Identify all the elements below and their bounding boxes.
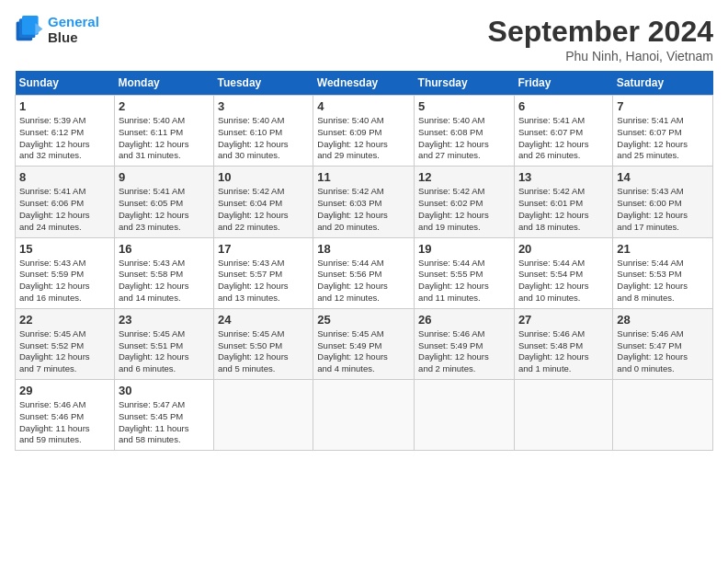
title-area: September 2024 Phu Ninh, Hanoi, Vietnam	[488, 15, 713, 63]
calendar-cell: 5Sunrise: 5:40 AM Sunset: 6:08 PM Daylig…	[415, 96, 515, 167]
calendar-cell: 29Sunrise: 5:46 AM Sunset: 5:46 PM Dayli…	[16, 380, 115, 451]
day-info: Sunrise: 5:41 AM Sunset: 6:07 PM Dayligh…	[617, 115, 709, 162]
calendar-cell: 27Sunrise: 5:46 AM Sunset: 5:48 PM Dayli…	[514, 308, 612, 379]
day-info: Sunrise: 5:39 AM Sunset: 6:12 PM Dayligh…	[19, 115, 110, 162]
day-number: 10	[218, 170, 309, 184]
calendar-week-row: 1Sunrise: 5:39 AM Sunset: 6:12 PM Daylig…	[16, 96, 713, 167]
calendar-cell: 12Sunrise: 5:42 AM Sunset: 6:02 PM Dayli…	[415, 167, 515, 237]
day-header-friday: Friday	[514, 71, 612, 96]
day-info: Sunrise: 5:44 AM Sunset: 5:54 PM Dayligh…	[518, 258, 609, 304]
calendar-header-row: SundayMondayTuesdayWednesdayThursdayFrid…	[16, 71, 713, 96]
day-number: 23	[119, 313, 210, 327]
calendar-cell: 25Sunrise: 5:45 AM Sunset: 5:49 PM Dayli…	[313, 308, 415, 379]
day-number: 20	[518, 242, 609, 256]
month-title: September 2024	[488, 15, 713, 49]
calendar-cell	[415, 380, 515, 451]
calendar-cell: 28Sunrise: 5:46 AM Sunset: 5:47 PM Dayli…	[613, 308, 713, 379]
day-info: Sunrise: 5:42 AM Sunset: 6:02 PM Dayligh…	[418, 186, 510, 233]
day-header-sunday: Sunday	[16, 71, 115, 96]
calendar-week-row: 8Sunrise: 5:41 AM Sunset: 6:06 PM Daylig…	[16, 167, 713, 237]
day-info: Sunrise: 5:45 AM Sunset: 5:50 PM Dayligh…	[218, 328, 309, 375]
calendar-cell: 6Sunrise: 5:41 AM Sunset: 6:07 PM Daylig…	[514, 96, 612, 167]
day-info: Sunrise: 5:46 AM Sunset: 5:48 PM Dayligh…	[518, 328, 609, 375]
day-number: 1	[19, 99, 110, 113]
day-number: 12	[418, 170, 510, 184]
day-header-monday: Monday	[114, 71, 213, 96]
day-header-saturday: Saturday	[613, 71, 713, 96]
day-info: Sunrise: 5:45 AM Sunset: 5:49 PM Dayligh…	[317, 328, 410, 375]
calendar-cell	[214, 380, 313, 451]
day-number: 22	[19, 313, 110, 327]
day-number: 11	[317, 170, 410, 184]
calendar-cell: 8Sunrise: 5:41 AM Sunset: 6:06 PM Daylig…	[16, 167, 115, 237]
day-info: Sunrise: 5:42 AM Sunset: 6:03 PM Dayligh…	[317, 186, 410, 233]
calendar-cell: 11Sunrise: 5:42 AM Sunset: 6:03 PM Dayli…	[313, 167, 415, 237]
logo-text: General Blue	[48, 15, 99, 45]
day-info: Sunrise: 5:43 AM Sunset: 5:57 PM Dayligh…	[218, 258, 309, 304]
day-info: Sunrise: 5:44 AM Sunset: 5:55 PM Dayligh…	[418, 258, 510, 304]
calendar-cell: 3Sunrise: 5:40 AM Sunset: 6:10 PM Daylig…	[214, 96, 313, 167]
day-info: Sunrise: 5:42 AM Sunset: 6:01 PM Dayligh…	[518, 186, 609, 233]
day-number: 19	[418, 242, 510, 256]
calendar-cell: 2Sunrise: 5:40 AM Sunset: 6:11 PM Daylig…	[114, 96, 213, 167]
day-number: 8	[19, 170, 110, 184]
svg-marker-3	[35, 23, 42, 35]
day-number: 2	[119, 99, 210, 113]
day-info: Sunrise: 5:41 AM Sunset: 6:07 PM Dayligh…	[518, 115, 609, 162]
logo-icon	[15, 16, 44, 45]
day-info: Sunrise: 5:47 AM Sunset: 5:45 PM Dayligh…	[119, 399, 210, 446]
calendar-cell	[514, 380, 612, 451]
day-header-thursday: Thursday	[415, 71, 515, 96]
day-number: 6	[518, 99, 609, 113]
calendar-cell: 30Sunrise: 5:47 AM Sunset: 5:45 PM Dayli…	[114, 380, 213, 451]
day-info: Sunrise: 5:45 AM Sunset: 5:51 PM Dayligh…	[119, 328, 210, 375]
day-number: 5	[418, 99, 510, 113]
day-info: Sunrise: 5:40 AM Sunset: 6:09 PM Dayligh…	[317, 115, 410, 162]
calendar-cell	[613, 380, 713, 451]
calendar-cell: 9Sunrise: 5:41 AM Sunset: 6:05 PM Daylig…	[114, 167, 213, 237]
day-info: Sunrise: 5:46 AM Sunset: 5:47 PM Dayligh…	[617, 328, 709, 375]
calendar-cell: 22Sunrise: 5:45 AM Sunset: 5:52 PM Dayli…	[16, 308, 115, 379]
day-number: 26	[418, 313, 510, 327]
day-info: Sunrise: 5:44 AM Sunset: 5:56 PM Dayligh…	[317, 258, 410, 304]
day-number: 25	[317, 313, 410, 327]
day-info: Sunrise: 5:40 AM Sunset: 6:11 PM Dayligh…	[119, 115, 210, 162]
day-number: 3	[218, 99, 309, 113]
day-number: 27	[518, 313, 609, 327]
day-number: 17	[218, 242, 309, 256]
day-number: 9	[119, 170, 210, 184]
day-number: 28	[617, 313, 709, 327]
calendar-cell: 17Sunrise: 5:43 AM Sunset: 5:57 PM Dayli…	[214, 237, 313, 308]
calendar-cell: 18Sunrise: 5:44 AM Sunset: 5:56 PM Dayli…	[313, 237, 415, 308]
day-info: Sunrise: 5:41 AM Sunset: 6:06 PM Dayligh…	[19, 186, 110, 233]
calendar-cell: 19Sunrise: 5:44 AM Sunset: 5:55 PM Dayli…	[415, 237, 515, 308]
calendar-cell: 24Sunrise: 5:45 AM Sunset: 5:50 PM Dayli…	[214, 308, 313, 379]
logo: General Blue	[15, 15, 99, 45]
day-info: Sunrise: 5:43 AM Sunset: 6:00 PM Dayligh…	[617, 186, 709, 233]
day-number: 4	[317, 99, 410, 113]
calendar-cell: 15Sunrise: 5:43 AM Sunset: 5:59 PM Dayli…	[16, 237, 115, 308]
day-number: 16	[119, 242, 210, 256]
day-number: 24	[218, 313, 309, 327]
location-subtitle: Phu Ninh, Hanoi, Vietnam	[488, 49, 713, 63]
calendar-cell: 20Sunrise: 5:44 AM Sunset: 5:54 PM Dayli…	[514, 237, 612, 308]
calendar-cell: 13Sunrise: 5:42 AM Sunset: 6:01 PM Dayli…	[514, 167, 612, 237]
day-number: 30	[119, 384, 210, 397]
day-number: 29	[19, 384, 110, 397]
day-info: Sunrise: 5:46 AM Sunset: 5:49 PM Dayligh…	[418, 328, 510, 375]
day-info: Sunrise: 5:45 AM Sunset: 5:52 PM Dayligh…	[19, 328, 110, 375]
calendar-week-row: 29Sunrise: 5:46 AM Sunset: 5:46 PM Dayli…	[16, 380, 713, 451]
day-number: 14	[617, 170, 709, 184]
calendar-cell: 16Sunrise: 5:43 AM Sunset: 5:58 PM Dayli…	[114, 237, 213, 308]
day-info: Sunrise: 5:46 AM Sunset: 5:46 PM Dayligh…	[19, 399, 110, 446]
day-info: Sunrise: 5:44 AM Sunset: 5:53 PM Dayligh…	[617, 258, 709, 304]
calendar-cell: 14Sunrise: 5:43 AM Sunset: 6:00 PM Dayli…	[613, 167, 713, 237]
calendar-cell: 1Sunrise: 5:39 AM Sunset: 6:12 PM Daylig…	[16, 96, 115, 167]
calendar-cell: 26Sunrise: 5:46 AM Sunset: 5:49 PM Dayli…	[415, 308, 515, 379]
calendar-cell: 23Sunrise: 5:45 AM Sunset: 5:51 PM Dayli…	[114, 308, 213, 379]
day-number: 21	[617, 242, 709, 256]
day-info: Sunrise: 5:40 AM Sunset: 6:08 PM Dayligh…	[418, 115, 510, 162]
calendar-table: SundayMondayTuesdayWednesdayThursdayFrid…	[15, 71, 713, 451]
calendar-cell: 10Sunrise: 5:42 AM Sunset: 6:04 PM Dayli…	[214, 167, 313, 237]
calendar-cell: 21Sunrise: 5:44 AM Sunset: 5:53 PM Dayli…	[613, 237, 713, 308]
